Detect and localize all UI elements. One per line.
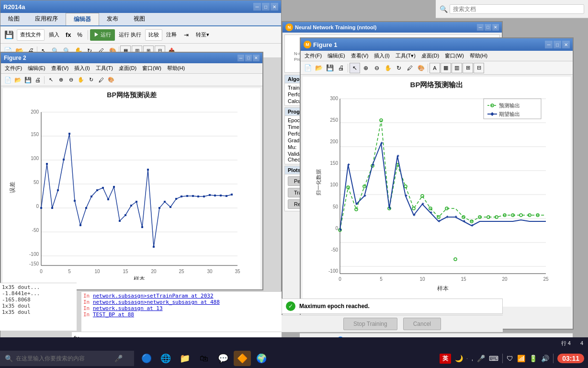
tab-editor[interactable]: 编辑器 (66, 13, 99, 25)
fig2-close[interactable]: ✕ (253, 55, 260, 61)
svg-text:100: 100 (330, 182, 338, 187)
svg-text:0: 0 (339, 276, 341, 282)
fig1-minimize[interactable]: ─ (545, 41, 553, 48)
tb-indent[interactable]: ⇥ (181, 29, 192, 41)
fig1-menu-insert[interactable]: 插入(I) (372, 52, 391, 60)
fig1-tb-cursor[interactable]: ↖ (350, 63, 360, 73)
fig1-tb-brush[interactable]: 🖊 (405, 63, 415, 73)
battery-icon[interactable]: 🔋 (529, 355, 537, 362)
fig2-menu-desktop[interactable]: 桌面(D) (117, 64, 138, 72)
svg-text:10: 10 (94, 269, 100, 274)
ime-lang[interactable]: 英 (440, 354, 451, 364)
taskbar-item-cortana[interactable]: 🔵 (138, 351, 155, 366)
ime-keyboard[interactable]: ⌨ (489, 355, 498, 362)
fig1-menu-file[interactable]: 文件(F) (303, 52, 324, 60)
matlab-title: R2014a (3, 3, 25, 11)
network-icon[interactable]: 📶 (517, 355, 525, 362)
fig2-tb-cursor[interactable]: ↖ (46, 75, 56, 85)
fig1-tb-zoom-in[interactable]: ⊕ (361, 63, 371, 73)
taskbar-item-chrome[interactable]: 🌍 (253, 351, 270, 366)
tab-publish[interactable]: 发布 (99, 13, 126, 25)
fig1-restore[interactable]: □ (554, 41, 561, 48)
fig1-tb-e[interactable]: ⊟ (474, 63, 484, 73)
fig2-tb-pan[interactable]: ✋ (76, 75, 86, 85)
fig2-menu-edit[interactable]: 编辑(E) (26, 64, 47, 72)
fig2-minimize[interactable]: ─ (237, 55, 244, 61)
fig1-tb-rotate[interactable]: ↻ (394, 63, 404, 73)
fig1-tb-new[interactable]: 📄 (303, 63, 313, 73)
tab-plot[interactable]: 绘图 (0, 13, 27, 25)
nntrain-maximize[interactable]: □ (485, 24, 491, 31)
tb-run[interactable]: ▶ 运行 (90, 29, 115, 41)
tb-compare[interactable]: 比较 (145, 29, 162, 41)
fig2-tb-print[interactable]: 🖨 (33, 75, 43, 85)
tb-comment[interactable]: % (74, 29, 86, 41)
fig2-tb-rotate[interactable]: ↻ (86, 75, 96, 85)
fig2-menu-help[interactable]: 帮助(H) (165, 64, 187, 72)
tb-find-file[interactable]: 查找文件 (17, 29, 45, 41)
fig1-tb-c[interactable]: ▥ (452, 63, 462, 73)
cancel-btn[interactable]: Cancel (403, 318, 441, 330)
nntrain-minimize[interactable]: ─ (477, 24, 484, 31)
svg-rect-43 (136, 201, 137, 203)
stop-training-btn[interactable]: Stop Training (343, 318, 397, 330)
fig2-tb-new[interactable]: 📄 (3, 75, 12, 85)
taskbar-item-files[interactable]: 📁 (176, 351, 193, 366)
ime-mic[interactable]: 🎤 (477, 355, 485, 362)
fig1-tb-save[interactable]: 💾 (325, 63, 335, 73)
error-line-3: In network.subsasgn at 13 (83, 305, 280, 311)
fig1-tb-open[interactable]: 📂 (314, 63, 324, 73)
taskbar-item-browser[interactable]: 🌐 (157, 351, 174, 366)
fig2-tb-open[interactable]: 📂 (13, 75, 23, 85)
fig1-close[interactable]: ✕ (562, 41, 570, 48)
close-btn[interactable]: ✕ (271, 3, 278, 11)
fig1-toolbar: 📄 📂 💾 🖨 ↖ ⊕ ⊖ ✋ ↻ 🖊 🎨 A ▦ ▥ ⊞ ⊟ (301, 61, 573, 75)
maximize-btn[interactable]: □ (262, 3, 270, 11)
tab-apps[interactable]: 应用程序 (27, 13, 66, 25)
fig2-tb-brush[interactable]: 🖊 (96, 75, 106, 85)
tb-goto[interactable]: 转至▾ (193, 29, 212, 41)
svg-rect-53 (192, 195, 194, 197)
fig2-tb-zoom-out[interactable]: ⊖ (66, 75, 76, 85)
fig2-tb-zoom-in[interactable]: ⊕ (56, 75, 66, 85)
fig1-tb-pan[interactable]: ✋ (383, 63, 393, 73)
taskbar-item-chat[interactable]: 💬 (215, 351, 232, 366)
taskbar-search-input[interactable] (16, 355, 112, 362)
tb-annotate[interactable]: 注释 (163, 29, 180, 41)
fig2-tb-color[interactable]: 🎨 (106, 75, 116, 85)
fig1-tb-b[interactable]: ▦ (441, 63, 451, 73)
tb-insert[interactable]: 插入 (45, 29, 63, 41)
status-line: 行 4 (561, 340, 571, 347)
fig1-menu-view[interactable]: 查看(V) (349, 52, 371, 60)
nntrain-close[interactable]: ✕ (492, 24, 499, 31)
tab-view[interactable]: 视图 (126, 13, 153, 25)
fig1-menu-window[interactable]: 窗口(W) (443, 52, 466, 60)
fig1-menu-desktop[interactable]: 桌面(D) (419, 52, 441, 60)
taskbar-item-matlab[interactable]: 🔶 (234, 351, 251, 366)
fig2-menu-view[interactable]: 查看(V) (49, 64, 71, 72)
fig2-menu-file[interactable]: 文件(F) (3, 64, 24, 72)
doc-search-input[interactable] (450, 4, 584, 14)
fig2-tb-save[interactable]: 💾 (23, 75, 33, 85)
fig1-tb-print[interactable]: 🖨 (336, 63, 346, 73)
antivirus-icon[interactable]: 🛡 (507, 355, 513, 362)
fig1-tb-a[interactable]: A (430, 63, 440, 73)
fig2-menu-window[interactable]: 窗口(W) (140, 64, 163, 72)
sound-icon[interactable]: 🔊 (541, 355, 549, 362)
ime-comma: , (472, 355, 473, 362)
minimize-btn[interactable]: ─ (253, 3, 261, 11)
fig1-tb-d[interactable]: ⊞ (463, 63, 473, 73)
fig1-tb-zoom-out[interactable]: ⊖ (372, 63, 382, 73)
tb-fx[interactable]: fx (64, 29, 73, 41)
tb-run-section[interactable]: 运行 执行 (116, 29, 144, 41)
fig1-menu-help[interactable]: 帮助(H) (468, 52, 489, 60)
taskbar-item-store[interactable]: 🛍 (195, 351, 213, 366)
fig1-tb-color[interactable]: 🎨 (416, 63, 426, 73)
fig2-menu-tools[interactable]: 工具(T) (94, 64, 115, 72)
fig2-controls: ─ □ ✕ (237, 55, 260, 61)
fig2-maximize[interactable]: □ (245, 55, 252, 61)
fig1-menu-edit[interactable]: 编辑(E) (326, 52, 347, 60)
fig2-menu-insert[interactable]: 插入(I) (72, 64, 91, 72)
fig1-menu-tools[interactable]: 工具(T▾) (394, 52, 418, 60)
tb-save[interactable]: 💾 (2, 28, 16, 42)
